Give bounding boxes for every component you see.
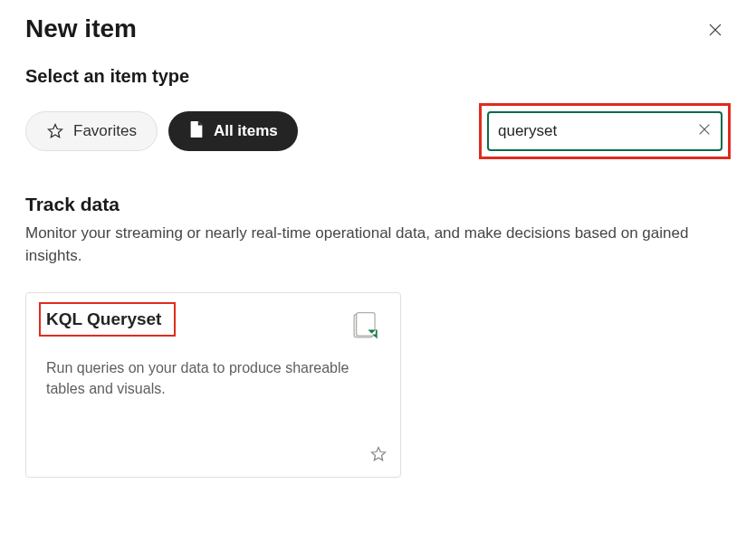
favorite-toggle-button[interactable]: [369, 445, 388, 466]
favorites-label: Favorites: [73, 122, 137, 140]
kql-queryset-icon: [349, 311, 380, 346]
star-icon: [369, 445, 388, 463]
favorites-tab[interactable]: Favorites: [25, 111, 158, 151]
page-title: New item: [25, 14, 137, 43]
all-items-tab[interactable]: All items: [168, 111, 298, 151]
card-description: Run queries on your data to produce shar…: [46, 358, 380, 399]
star-icon: [46, 122, 64, 140]
clear-search-button[interactable]: [697, 122, 712, 141]
search-highlight-box: [479, 103, 731, 159]
card-title-highlight: KQL Queryset: [39, 302, 176, 337]
search-input[interactable]: [498, 122, 697, 140]
select-item-subtitle: Select an item type: [25, 66, 731, 87]
search-box[interactable]: [487, 111, 723, 151]
section-description: Monitor your streaming or nearly real-ti…: [25, 223, 713, 267]
svg-marker-2: [49, 125, 62, 138]
close-icon: [697, 122, 712, 137]
svg-marker-9: [372, 448, 386, 460]
file-icon: [188, 120, 205, 143]
section-title: Track data: [25, 194, 731, 215]
close-button[interactable]: [700, 18, 731, 46]
close-icon: [707, 22, 723, 38]
card-title: KQL Queryset: [46, 309, 161, 328]
all-items-label: All items: [214, 122, 278, 140]
kql-queryset-card[interactable]: KQL Queryset Run queries on your data to…: [25, 292, 401, 478]
